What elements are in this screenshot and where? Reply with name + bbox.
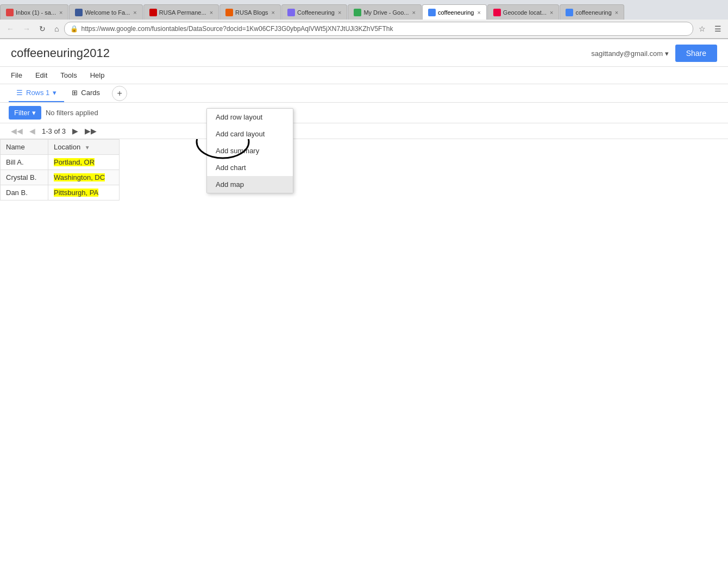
tab-favicon-rusa-blogs: [225, 9, 233, 16]
content-area: Name Location ▼ Bill A. Portland, OR: [0, 139, 728, 200]
rows-tab-label: Rows 1: [26, 89, 49, 97]
cell-location-1: Washington, DC: [48, 170, 119, 185]
name-value-0: Bill A.: [6, 158, 24, 166]
data-table: Name Location ▼ Bill A. Portland, OR: [0, 139, 120, 200]
first-page-button[interactable]: ◀◀: [9, 126, 25, 136]
cell-location-2: Pittsburgh, PA: [48, 185, 119, 200]
location-value-1: Washington, DC: [54, 173, 105, 181]
cell-name-2: Dan B.: [1, 185, 48, 200]
tab-close-coffeeneuring2[interactable]: ×: [477, 9, 480, 16]
table-row: Crystal B. Washington, DC: [1, 170, 120, 185]
dropdown-add-map[interactable]: Add map: [207, 176, 293, 193]
tab-coffeeneuring1[interactable]: Coffeeneuring ×: [281, 4, 347, 20]
tab-favicon-rusa-perm: [149, 9, 157, 16]
tab-favicon-coffeeneuring1: [287, 9, 295, 16]
dropdown-item-label-1: Add card layout: [216, 130, 265, 138]
tab-rusa-blogs[interactable]: RUSA Blogs ×: [219, 4, 281, 20]
menu-file[interactable]: File: [9, 69, 24, 81]
dropdown-add-chart[interactable]: Add chart: [207, 159, 293, 176]
dropdown-item-label-2: Add summary: [216, 147, 259, 155]
last-page-button[interactable]: ▶▶: [83, 126, 99, 136]
no-filters-label: No filters applied: [46, 109, 98, 117]
share-button[interactable]: Share: [675, 45, 717, 62]
user-email[interactable]: sagittandy@gmail.com ▾: [591, 49, 668, 58]
home-button[interactable]: ⌂: [51, 23, 62, 35]
tab-rusa-perm[interactable]: RUSA Permane... ×: [143, 4, 219, 20]
col-location-label: Location: [54, 143, 80, 151]
table-area: Name Location ▼ Bill A. Portland, OR: [0, 139, 728, 200]
tab-favicon-coffeeneuring2: [428, 9, 436, 16]
tab-favicon-geocode: [493, 9, 501, 16]
tab-facebook[interactable]: Welcome to Fa... ×: [69, 4, 142, 20]
app-header: coffeeneuring2012 sagittandy@gmail.com ▾…: [0, 39, 728, 67]
prev-page-button[interactable]: ◀: [27, 126, 37, 136]
dropdown-add-summary[interactable]: Add summary: [207, 142, 293, 159]
tab-label-rusa-blogs: RUSA Blogs: [235, 9, 268, 16]
dropdown-add-card-layout[interactable]: Add card layout: [207, 126, 293, 142]
tab-favicon-coffeeneuring3: [566, 9, 573, 16]
tab-close-coffeeneuring3[interactable]: ×: [615, 9, 618, 16]
filter-button[interactable]: Filter ▾: [9, 106, 41, 120]
dropdown-add-row-layout[interactable]: Add row layout: [207, 109, 293, 126]
rows-tab-icon: ☰: [16, 89, 23, 97]
next-page-button[interactable]: ▶: [70, 126, 80, 136]
tab-rows[interactable]: ☰ Rows 1 ▾: [9, 84, 64, 102]
plus-icon: +: [117, 89, 122, 98]
add-view-dropdown: Add row layout Add card layout Add summa…: [206, 108, 293, 193]
tab-label-geocode: Geocode locat...: [503, 9, 547, 16]
pagination: ◀◀ ◀ 1-3 of 3 ▶ ▶▶: [0, 123, 728, 139]
add-tab-button[interactable]: +: [112, 86, 127, 101]
tab-cards[interactable]: ⊞ Cards: [64, 84, 108, 102]
menu-help[interactable]: Help: [88, 69, 107, 81]
menu-edit[interactable]: Edit: [33, 69, 49, 81]
rows-tab-dropdown-icon: ▾: [53, 89, 57, 97]
table-header-row: Name Location ▼: [1, 140, 120, 155]
dropdown-item-label-3: Add chart: [216, 164, 246, 172]
cell-location-0: Portland, OR: [48, 155, 119, 170]
menu-tools[interactable]: Tools: [58, 69, 79, 81]
tab-close-geocode[interactable]: ×: [550, 9, 553, 16]
tab-coffeeneuring3[interactable]: coffeeneuring ×: [560, 4, 624, 20]
forward-button[interactable]: →: [20, 23, 34, 35]
table-row: Dan B. Pittsburgh, PA: [1, 185, 120, 200]
tab-label-facebook: Welcome to Fa...: [85, 9, 130, 16]
tab-favicon-gmail: [6, 9, 14, 16]
name-value-2: Dan B.: [6, 189, 28, 197]
filter-dropdown-icon: ▾: [32, 109, 36, 117]
tab-geocode[interactable]: Geocode locat... ×: [487, 4, 560, 20]
address-bar[interactable]: 🔒 https://www.google.com/fusiontables/Da…: [64, 22, 693, 36]
header-right: sagittandy@gmail.com ▾ Share: [591, 45, 717, 62]
cards-tab-label: Cards: [81, 89, 100, 97]
cell-name-1: Crystal B.: [1, 170, 48, 185]
tab-close-rusa-perm[interactable]: ×: [210, 9, 213, 16]
tab-favicon-facebook: [75, 9, 83, 16]
dropdown-item-label-0: Add row layout: [216, 113, 262, 121]
tab-close-facebook[interactable]: ×: [133, 9, 136, 16]
back-button[interactable]: ←: [3, 23, 17, 35]
bookmark-star-button[interactable]: ☆: [695, 23, 709, 35]
tab-favicon-drive: [354, 9, 361, 16]
tab-coffeeneuring2[interactable]: coffeeneuring ×: [422, 4, 487, 20]
chrome-menu-button[interactable]: ☰: [711, 23, 725, 35]
tab-drive[interactable]: My Drive - Goo... ×: [348, 4, 422, 20]
tab-gmail[interactable]: Inbox (1) - sa... ×: [0, 4, 68, 20]
sort-icon: ▼: [85, 145, 90, 150]
tab-close-gmail[interactable]: ×: [59, 9, 62, 16]
toolbar: Filter ▾ No filters applied: [0, 103, 728, 123]
url-text: https://www.google.com/fusiontables/Data…: [81, 25, 687, 33]
view-tabs: ☰ Rows 1 ▾ ⊞ Cards + Add row layout Add …: [0, 84, 728, 103]
col-header-name: Name: [1, 140, 48, 155]
browser-chrome: Inbox (1) - sa... × Welcome to Fa... × R…: [0, 0, 728, 39]
page-info: 1-3 of 3: [40, 127, 68, 135]
tab-label-drive: My Drive - Goo...: [363, 9, 409, 16]
tab-close-drive[interactable]: ×: [412, 9, 416, 16]
tab-close-rusa-blogs[interactable]: ×: [272, 9, 275, 16]
cell-name-0: Bill A.: [1, 155, 48, 170]
tab-label-coffeeneuring3: coffeeneuring: [575, 9, 611, 16]
tab-label-gmail: Inbox (1) - sa...: [16, 9, 56, 16]
tab-close-coffeeneuring1[interactable]: ×: [338, 9, 341, 16]
col-header-location[interactable]: Location ▼: [48, 140, 119, 155]
tab-label-coffeeneuring2: coffeeneuring: [438, 9, 474, 16]
reload-button[interactable]: ↻: [36, 23, 49, 35]
user-email-text: sagittandy@gmail.com: [591, 49, 663, 58]
